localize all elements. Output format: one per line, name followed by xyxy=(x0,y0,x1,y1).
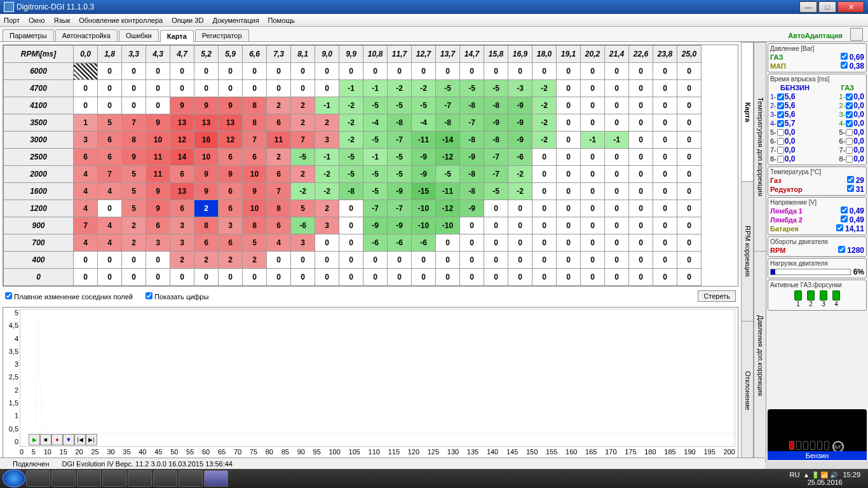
menu-Порт[interactable]: Порт xyxy=(4,17,20,24)
cell-3-23[interactable]: 0 xyxy=(629,114,653,132)
cell-4-23[interactable]: 0 xyxy=(629,132,653,149)
cell-0-11[interactable]: 0 xyxy=(339,63,363,80)
cell-4-4[interactable]: 12 xyxy=(170,132,194,149)
cell-2-5[interactable]: 9 xyxy=(194,97,219,114)
taskbar-paint-icon[interactable] xyxy=(153,470,177,487)
cell-9-10[interactable]: 3 xyxy=(315,217,339,234)
cell-0-2[interactable]: 0 xyxy=(122,63,146,80)
cell-9-14[interactable]: -10 xyxy=(412,217,436,234)
cell-12-18[interactable]: 0 xyxy=(508,269,532,286)
cell-3-5[interactable]: 13 xyxy=(194,114,219,132)
cell-3-18[interactable]: -9 xyxy=(508,114,532,132)
cell-0-5[interactable]: 0 xyxy=(194,63,219,80)
cell-8-13[interactable]: -7 xyxy=(388,200,412,217)
cell-7-15[interactable]: -11 xyxy=(436,183,460,200)
cell-1-18[interactable]: -3 xyxy=(508,80,532,97)
cell-0-16[interactable]: 0 xyxy=(460,63,484,80)
cell-7-16[interactable]: -8 xyxy=(460,183,484,200)
cell-5-9[interactable]: -5 xyxy=(291,149,315,166)
cell-11-3[interactable]: 0 xyxy=(146,252,170,269)
cell-9-11[interactable]: 0 xyxy=(339,217,363,234)
cell-1-19[interactable]: -2 xyxy=(532,80,557,97)
cell-9-20[interactable]: 0 xyxy=(557,217,581,234)
cell-11-25[interactable]: 0 xyxy=(677,252,702,269)
cell-12-19[interactable]: 0 xyxy=(532,269,557,286)
cell-11-17[interactable]: 0 xyxy=(484,252,508,269)
cell-2-10[interactable]: -1 xyxy=(315,97,339,114)
cell-8-0[interactable]: 4 xyxy=(74,200,98,217)
cell-3-17[interactable]: -9 xyxy=(484,114,508,132)
autoadapt-button[interactable] xyxy=(850,28,863,41)
cell-10-18[interactable]: 0 xyxy=(508,234,532,252)
cell-1-2[interactable]: 0 xyxy=(122,80,146,97)
cell-0-18[interactable]: 0 xyxy=(508,63,532,80)
taskbar-calc-icon[interactable] xyxy=(179,470,203,487)
cell-8-1[interactable]: 0 xyxy=(98,200,122,217)
cell-5-2[interactable]: 9 xyxy=(122,149,146,166)
menu-Обновление контроллера[interactable]: Обновление контроллера xyxy=(79,17,163,24)
cell-3-10[interactable]: 2 xyxy=(315,114,339,132)
cell-2-17[interactable]: -8 xyxy=(484,97,508,114)
cell-11-10[interactable]: 0 xyxy=(315,252,339,269)
cell-12-9[interactable]: 0 xyxy=(291,269,315,286)
cell-10-3[interactable]: 3 xyxy=(146,234,170,252)
cell-6-11[interactable]: -5 xyxy=(339,166,363,183)
cell-1-16[interactable]: -5 xyxy=(460,80,484,97)
cell-2-9[interactable]: 2 xyxy=(291,97,315,114)
cell-4-15[interactable]: -14 xyxy=(436,132,460,149)
menu-Язык[interactable]: Язык xyxy=(54,17,71,24)
cell-12-23[interactable]: 0 xyxy=(629,269,653,286)
cell-7-21[interactable]: 0 xyxy=(581,183,605,200)
cell-1-1[interactable]: 0 xyxy=(98,80,122,97)
cell-1-9[interactable]: 0 xyxy=(291,80,315,97)
cell-12-21[interactable]: 0 xyxy=(581,269,605,286)
map-pressure-check[interactable] xyxy=(841,62,848,69)
cell-7-22[interactable]: 0 xyxy=(605,183,629,200)
cell-11-15[interactable]: 0 xyxy=(436,252,460,269)
cell-7-3[interactable]: 9 xyxy=(146,183,170,200)
tab-Карта[interactable]: Карта xyxy=(160,30,194,42)
cell-8-2[interactable]: 5 xyxy=(122,200,146,217)
cell-8-5[interactable]: 2 xyxy=(194,200,219,217)
cell-11-1[interactable]: 0 xyxy=(98,252,122,269)
cell-5-13[interactable]: -5 xyxy=(388,149,412,166)
cell-2-18[interactable]: -9 xyxy=(508,97,532,114)
cell-8-9[interactable]: 5 xyxy=(291,200,315,217)
cell-4-11[interactable]: -2 xyxy=(339,132,363,149)
temp-gas-check[interactable] xyxy=(847,176,854,183)
cell-2-6[interactable]: 9 xyxy=(219,97,243,114)
cell-9-0[interactable]: 7 xyxy=(74,217,98,234)
cell-4-20[interactable]: 0 xyxy=(557,132,581,149)
cell-5-15[interactable]: -12 xyxy=(436,149,460,166)
cell-3-22[interactable]: 0 xyxy=(605,114,629,132)
cell-10-20[interactable]: 0 xyxy=(557,234,581,252)
cell-10-16[interactable]: 0 xyxy=(460,234,484,252)
cell-5-19[interactable]: 0 xyxy=(532,149,557,166)
cell-6-17[interactable]: -7 xyxy=(484,166,508,183)
cell-10-4[interactable]: 3 xyxy=(170,234,194,252)
cell-1-23[interactable]: 0 xyxy=(629,80,653,97)
cell-1-3[interactable]: 0 xyxy=(146,80,170,97)
cell-6-5[interactable]: 9 xyxy=(194,166,219,183)
cell-7-0[interactable]: 4 xyxy=(74,183,98,200)
taskbar-explorer-icon[interactable] xyxy=(51,470,76,487)
cell-8-11[interactable]: 0 xyxy=(339,200,363,217)
cell-1-24[interactable]: 0 xyxy=(653,80,677,97)
cell-4-9[interactable]: 7 xyxy=(291,132,315,149)
cell-7-8[interactable]: 7 xyxy=(267,183,291,200)
cell-10-21[interactable]: 0 xyxy=(581,234,605,252)
taskbar-media-icon[interactable] xyxy=(77,470,101,487)
cell-10-8[interactable]: 4 xyxy=(267,234,291,252)
cell-10-9[interactable]: 3 xyxy=(291,234,315,252)
tab-Ошибки[interactable]: Ошибки xyxy=(119,29,159,41)
menu-Окно[interactable]: Окно xyxy=(29,17,45,24)
cell-3-12[interactable]: -4 xyxy=(363,114,388,132)
cell-11-5[interactable]: 2 xyxy=(194,252,219,269)
cell-0-12[interactable]: 0 xyxy=(363,63,388,80)
cell-0-9[interactable]: 0 xyxy=(291,63,315,80)
cell-11-2[interactable]: 0 xyxy=(122,252,146,269)
cell-2-21[interactable]: 0 xyxy=(581,97,605,114)
cell-8-10[interactable]: 2 xyxy=(315,200,339,217)
cell-7-12[interactable]: -5 xyxy=(363,183,388,200)
cell-5-12[interactable]: -1 xyxy=(363,149,388,166)
